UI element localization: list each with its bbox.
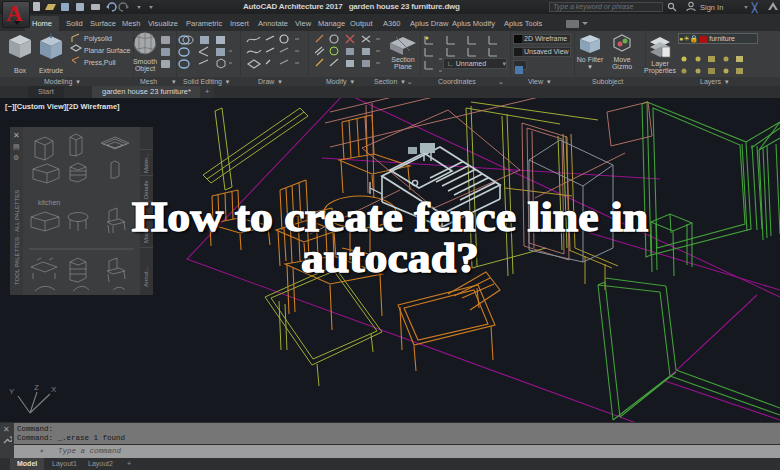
svg-text:Sign In: Sign In xyxy=(700,3,723,12)
svg-text:Y: Y xyxy=(9,387,15,396)
svg-text:X: X xyxy=(51,385,57,394)
svg-text:Z: Z xyxy=(34,383,39,392)
svg-text:╳: ╳ xyxy=(751,2,759,14)
